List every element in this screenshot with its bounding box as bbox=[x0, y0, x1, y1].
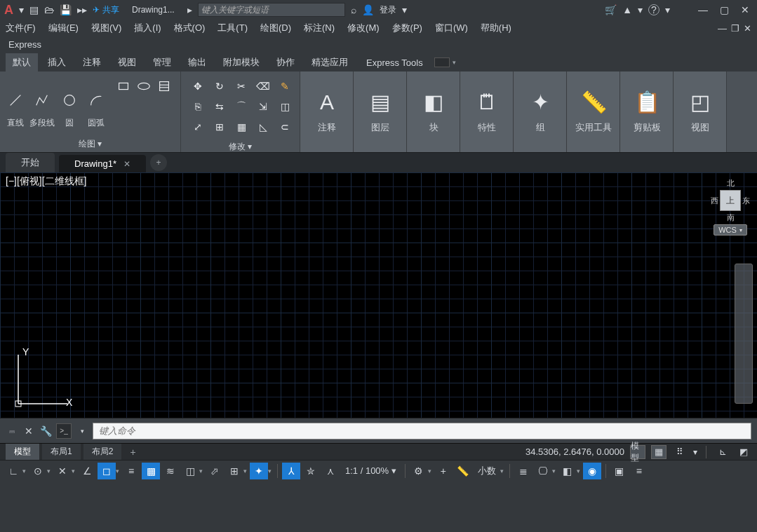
status-model-button[interactable]: 模型 bbox=[630, 445, 645, 459]
tab-add-button[interactable]: + bbox=[150, 154, 167, 171]
status-snap-dd-icon[interactable]: ▾ bbox=[693, 447, 697, 457]
tool-hatch[interactable] bbox=[155, 77, 173, 95]
tool-scale[interactable]: ⤢ bbox=[188, 118, 208, 136]
layout-1[interactable]: 布局1 bbox=[42, 444, 81, 460]
login-label[interactable]: 登录 bbox=[380, 4, 396, 16]
ribbon-tab-manage[interactable]: 管理 bbox=[146, 53, 178, 71]
unit-label[interactable]: 小数 bbox=[474, 465, 500, 477]
sb-constrain-icon[interactable]: ⬀ bbox=[206, 463, 224, 479]
tool-arrayrect[interactable]: ▦ bbox=[232, 118, 251, 136]
sb-dd-6-icon[interactable]: ▾ bbox=[243, 468, 247, 475]
wcs-button[interactable]: WCS▾ bbox=[714, 224, 747, 236]
ribbon-panel-block[interactable]: ◧ 块 bbox=[407, 71, 460, 152]
menu-dimension[interactable]: 标注(N) bbox=[304, 22, 335, 34]
tool-polyline[interactable]: 多段线 bbox=[29, 74, 55, 129]
menu-tools[interactable]: 工具(T) bbox=[217, 22, 248, 34]
help-dropdown-icon[interactable]: ▾ bbox=[665, 4, 670, 15]
drawing-area[interactable]: [−][俯视][二维线框] Y X 北 西 上 东 南 WCS▾ bbox=[0, 172, 757, 418]
express-label[interactable]: Express bbox=[8, 39, 41, 50]
dropdown-icon[interactable]: ▾ bbox=[19, 4, 24, 15]
ribbon-tab-addins[interactable]: 附加模块 bbox=[216, 53, 267, 71]
sb-ui-icon[interactable]: ◧ bbox=[558, 463, 577, 479]
help-icon[interactable]: ? bbox=[648, 4, 659, 15]
sb-cloud-icon[interactable]: ◉ bbox=[583, 463, 601, 479]
tool-copy[interactable]: ⎘ bbox=[188, 97, 208, 116]
sb-transparency-icon[interactable]: ◫ bbox=[181, 463, 199, 479]
sb-custom-icon[interactable]: ≡ bbox=[630, 463, 648, 479]
ribbon-panel-annotate[interactable]: A 注释 bbox=[300, 71, 354, 152]
menu-edit[interactable]: 编辑(E) bbox=[48, 22, 79, 34]
ribbon-panel-utils[interactable]: 📏 实用工具 bbox=[567, 71, 620, 152]
cart-icon[interactable]: 🛒 bbox=[605, 4, 617, 15]
user-icon[interactable]: 👤 bbox=[362, 4, 374, 15]
open-icon[interactable]: 🗁 bbox=[44, 4, 54, 15]
ribbon-panel-clipboard[interactable]: 📋 剪贴板 bbox=[620, 71, 674, 152]
ribbon-panel-view[interactable]: ◰ 视图 bbox=[674, 71, 727, 152]
app-dropdown-icon[interactable]: ▾ bbox=[638, 4, 643, 15]
tool-mirror[interactable]: ⇆ bbox=[210, 97, 229, 116]
ribbon-switch-icon[interactable] bbox=[434, 57, 450, 67]
sb-walk-icon[interactable]: ⅄ bbox=[282, 463, 300, 479]
tool-erase[interactable]: ⌫ bbox=[253, 77, 273, 95]
menu-insert[interactable]: 插入(I) bbox=[134, 22, 161, 34]
menu-help[interactable]: 帮助(H) bbox=[481, 22, 511, 34]
sb-3d-icon[interactable]: ✦ bbox=[250, 463, 268, 479]
sb-nav-icon[interactable]: ⋏ bbox=[321, 463, 340, 479]
tool-rect[interactable] bbox=[114, 77, 133, 95]
command-input[interactable] bbox=[93, 423, 751, 439]
more-icon[interactable]: ▸▸ bbox=[77, 4, 87, 15]
sb-dd-7-icon[interactable]: ▾ bbox=[268, 468, 272, 475]
ribbon-panel-group[interactable]: ✦ 组 bbox=[514, 71, 567, 152]
tool-subset[interactable]: ⊂ bbox=[275, 118, 295, 136]
sb-ortho-icon[interactable]: ∟ bbox=[4, 463, 22, 479]
layout-add-button[interactable]: + bbox=[124, 446, 141, 458]
menu-draw[interactable]: 绘图(D) bbox=[260, 22, 291, 34]
ribbon-tab-insert[interactable]: 插入 bbox=[41, 53, 73, 71]
tool-ellipse[interactable] bbox=[135, 77, 153, 95]
sb-fly-icon[interactable]: ✮ bbox=[302, 463, 320, 479]
autodesk-app-icon[interactable]: ▲ bbox=[622, 4, 632, 15]
menu-format[interactable]: 格式(O) bbox=[174, 22, 206, 34]
sb-dd-2-icon[interactable]: ▾ bbox=[47, 468, 51, 475]
cmd-history-icon[interactable]: ⎓ bbox=[6, 425, 18, 437]
status-iso-icon[interactable]: ◩ bbox=[736, 445, 751, 459]
viewport-label[interactable]: [−][俯视][二维线框] bbox=[6, 175, 87, 188]
sb-dd-9-icon[interactable]: ▾ bbox=[500, 468, 504, 475]
new-icon[interactable]: ▤ bbox=[29, 4, 39, 15]
tab-close-icon[interactable]: ✕ bbox=[123, 159, 130, 169]
tool-trim[interactable]: ✂ bbox=[232, 77, 251, 95]
sb-lineweight-icon[interactable]: ≋ bbox=[161, 463, 180, 479]
login-dropdown-icon[interactable]: ▾ bbox=[402, 4, 407, 15]
status-snap-icon[interactable]: ⠿ bbox=[672, 445, 688, 459]
search-input[interactable]: 键入关键字或短语 bbox=[198, 3, 345, 17]
sb-ann-icon[interactable]: ⚙ bbox=[410, 463, 428, 479]
ribbon-switch-dropdown-icon[interactable]: ▾ bbox=[453, 59, 456, 66]
ribbon-tab-collab[interactable]: 协作 bbox=[269, 53, 302, 71]
sb-screen-icon[interactable]: 🖵 bbox=[534, 463, 552, 479]
sb-clean-icon[interactable]: ▣ bbox=[610, 463, 629, 479]
close-button[interactable]: ✕ bbox=[740, 5, 750, 15]
ribbon-tab-default[interactable]: 默认 bbox=[6, 53, 38, 71]
ribbon-tab-featured[interactable]: 精选应用 bbox=[304, 53, 355, 71]
panel-label-modify[interactable]: 修改 ▾ bbox=[184, 139, 297, 155]
navigation-bar[interactable] bbox=[735, 264, 753, 404]
sb-dd-5-icon[interactable]: ▾ bbox=[199, 468, 203, 475]
ribbon-panel-layer[interactable]: ▤ 图层 bbox=[354, 71, 407, 152]
tool-stretch[interactable]: ⇲ bbox=[253, 97, 273, 116]
sb-plus-icon[interactable]: + bbox=[434, 463, 453, 479]
sb-dd-11-icon[interactable]: ▾ bbox=[577, 468, 580, 475]
share-button[interactable]: ✈ 共享 bbox=[93, 4, 119, 16]
doc-close-button[interactable]: ✕ bbox=[744, 23, 751, 34]
view-cube[interactable]: 北 西 上 东 南 WCS▾ bbox=[711, 178, 750, 236]
viewcube-top[interactable]: 上 bbox=[720, 190, 741, 211]
sb-angle-icon[interactable]: ∠ bbox=[78, 463, 96, 479]
app-logo-icon[interactable]: A bbox=[4, 3, 13, 18]
sb-dd-1-icon[interactable]: ▾ bbox=[22, 468, 26, 475]
ribbon-tab-view[interactable]: 视图 bbox=[111, 53, 143, 71]
doc-dropdown-icon[interactable]: ▸ bbox=[187, 4, 192, 15]
menu-window[interactable]: 窗口(W) bbox=[435, 22, 468, 34]
tool-line[interactable]: 直线 bbox=[3, 74, 28, 129]
panel-label-draw[interactable]: 绘图 ▾ bbox=[3, 136, 177, 152]
sb-dd-3-icon[interactable]: ▾ bbox=[72, 468, 75, 475]
minimize-button[interactable]: — bbox=[698, 5, 708, 15]
